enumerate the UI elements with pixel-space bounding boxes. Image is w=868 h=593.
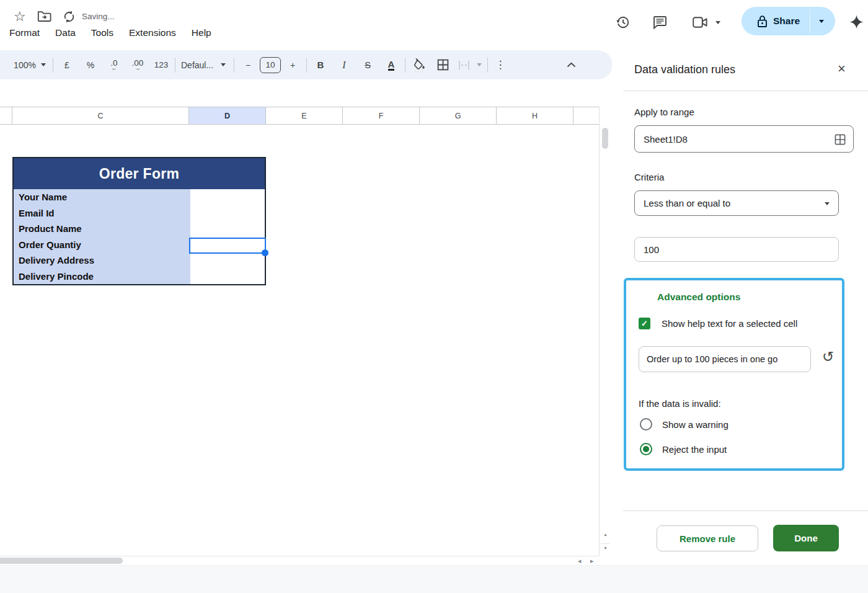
show-warning-radio[interactable]	[640, 418, 652, 430]
toolbar-divider	[306, 58, 307, 73]
share-dropdown-caret[interactable]	[819, 20, 824, 23]
criteria-caret	[825, 202, 830, 205]
field-product-name[interactable]: Product Name	[14, 221, 190, 237]
selected-cell-d8[interactable]	[189, 238, 266, 254]
menu-data[interactable]: Data	[55, 27, 76, 38]
percent-format-button[interactable]: %	[79, 55, 102, 75]
meet-camera-icon[interactable]	[693, 17, 708, 29]
select-range-grid-icon[interactable]	[835, 134, 846, 145]
toolbar-divider	[175, 58, 175, 73]
column-header-h[interactable]: H	[497, 107, 574, 124]
field-your-name[interactable]: Your Name	[14, 189, 190, 205]
camera-dropdown-caret[interactable]	[715, 21, 720, 24]
horizontal-scrollbar[interactable]: ◀ ▶	[0, 556, 599, 565]
reject-input-label: Reject the input	[662, 444, 727, 455]
font-family-caret[interactable]	[221, 63, 226, 66]
font-family-select[interactable]: Defaul...	[177, 55, 218, 75]
menu-help[interactable]: Help	[192, 27, 211, 38]
menu-tools[interactable]: Tools	[91, 27, 113, 38]
strikethrough-button[interactable]: S	[356, 55, 379, 75]
text-color-label: A	[388, 60, 395, 71]
star-icon[interactable]: ☆	[14, 9, 26, 25]
bold-button[interactable]: B	[309, 55, 332, 75]
saving-sync-icon	[63, 11, 76, 23]
data-validation-panel: Data validation rules × Apply to range S…	[612, 50, 868, 565]
toolbar: 100% £ % .0← .00→ 123 Defaul... − 10 + B…	[0, 50, 613, 79]
scroll-left-arrow[interactable]: ◀	[578, 559, 581, 564]
comments-icon[interactable]	[653, 16, 667, 30]
order-form-title-cell[interactable]: Order Form	[14, 158, 265, 189]
field-order-quantity[interactable]: Order Quantiy	[14, 237, 190, 253]
font-size-input[interactable]: 10	[260, 57, 281, 73]
more-toolbar-button[interactable]: ⋮	[490, 55, 511, 75]
apply-to-range-label: Apply to range	[634, 107, 694, 117]
version-history-icon[interactable]	[615, 15, 631, 30]
range-input[interactable]: Sheet1!D8	[634, 125, 854, 153]
fill-handle[interactable]	[262, 249, 268, 256]
menu-format[interactable]: Format	[9, 27, 40, 38]
show-warning-label: Show a warning	[662, 419, 728, 430]
borders-button[interactable]	[431, 55, 454, 75]
show-help-row: ✓ Show help text for a selected cell	[639, 318, 797, 329]
horizontal-scrollbar-thumb[interactable]	[0, 558, 123, 564]
advanced-options-toggle[interactable]: Advanced options	[657, 292, 740, 303]
toolbar-divider	[53, 58, 53, 73]
column-header-d-selected[interactable]: D	[189, 107, 266, 124]
column-header-g[interactable]: G	[420, 107, 497, 124]
reset-help-text-icon[interactable]: ↺	[822, 349, 834, 365]
order-form-label-column: Your Name Email Id Product Name Order Qu…	[14, 189, 190, 284]
column-header-c[interactable]: C	[12, 107, 189, 124]
zoom-value: 100%	[14, 60, 36, 70]
fill-color-button[interactable]	[407, 55, 431, 75]
criteria-value: Less than or equal to	[644, 198, 730, 208]
decrease-decimal-button[interactable]: .0←	[102, 55, 126, 75]
criteria-dropdown[interactable]: Less than or equal to	[634, 190, 839, 216]
order-form-table: Order Form Your Name Email Id Product Na…	[12, 157, 266, 285]
column-header-f[interactable]: F	[343, 107, 420, 124]
scroll-up-arrow[interactable]: ▲	[603, 532, 608, 537]
menu-extensions[interactable]: Extensions	[129, 27, 176, 38]
vertical-scrollbar-thumb[interactable]	[602, 128, 608, 149]
decrease-font-size-button[interactable]: −	[236, 55, 260, 75]
remove-rule-button[interactable]: Remove rule	[657, 525, 758, 551]
field-email-id[interactable]: Email Id	[14, 205, 190, 221]
gemini-sparkle-icon[interactable]	[848, 14, 865, 31]
more-formats-button[interactable]: 123	[149, 55, 173, 75]
share-button[interactable]: Share	[742, 7, 835, 35]
vertical-scrollbar[interactable]: ▲ ▼	[599, 107, 611, 556]
increase-font-size-button[interactable]: +	[281, 55, 304, 75]
column-headers: C D E F G H	[0, 107, 599, 125]
currency-format-button[interactable]: £	[55, 55, 79, 75]
field-delivery-pincode[interactable]: Delivery Pincode	[14, 269, 190, 285]
help-text-value: Order up to 100 pieces in one go	[647, 354, 777, 364]
reject-input-option[interactable]: Reject the input	[640, 443, 727, 455]
toolbar-divider	[405, 58, 405, 73]
increase-decimal-button[interactable]: .00→	[126, 55, 149, 75]
show-help-checkbox[interactable]: ✓	[639, 318, 650, 329]
help-text-input[interactable]: Order up to 100 pieces in one go	[639, 346, 811, 372]
show-help-label: Show help text for a selected cell	[662, 318, 797, 329]
field-delivery-address[interactable]: Delivery Address	[14, 252, 190, 269]
panel-title: Data validation rules	[634, 63, 735, 76]
toolbar-divider	[234, 58, 234, 73]
order-form-entry-column[interactable]	[190, 189, 265, 284]
column-header-e[interactable]: E	[266, 107, 343, 124]
hide-menus-chevron[interactable]	[559, 55, 583, 75]
scroll-right-arrow[interactable]: ▶	[590, 559, 593, 564]
text-color-button[interactable]: A	[379, 55, 403, 75]
column-header-partial[interactable]	[0, 107, 12, 124]
criteria-limit-input[interactable]: 100	[634, 237, 839, 262]
reject-input-radio[interactable]	[640, 443, 652, 455]
close-icon[interactable]: ×	[838, 62, 846, 76]
google-sheets-window: ☆ Saving... Format Data Tools Extensions…	[0, 0, 868, 593]
decrease-decimal-arrow: ←	[111, 66, 117, 71]
move-folder-icon[interactable]	[37, 11, 51, 22]
zoom-select[interactable]: 100%	[9, 55, 41, 75]
show-warning-option[interactable]: Show a warning	[640, 418, 728, 430]
zoom-caret[interactable]	[41, 63, 46, 66]
italic-button[interactable]: I	[332, 55, 356, 75]
scroll-down-arrow[interactable]: ▼	[603, 546, 608, 550]
done-button[interactable]: Done	[773, 525, 839, 551]
column-header-partial[interactable]	[574, 107, 599, 124]
increase-decimal-arrow: →	[135, 66, 141, 71]
